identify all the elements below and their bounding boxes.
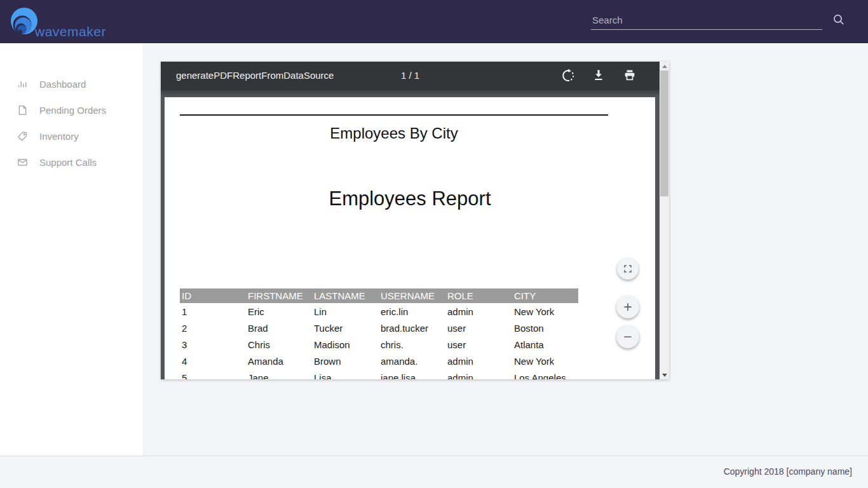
rotate-icon[interactable] bbox=[561, 69, 575, 83]
table-cell: Brown bbox=[312, 353, 379, 369]
search-bar bbox=[591, 11, 845, 30]
table-cell: Boston bbox=[512, 320, 578, 336]
sidebar-item-label: Support Calls bbox=[39, 157, 97, 168]
report-table: IDFIRSTNAMELASTNAMEUSERNAMEROLECITY 1Eri… bbox=[180, 288, 578, 379]
pdf-toolbar: generatePDFReportFromDataSource 1 / 1 bbox=[161, 62, 660, 90]
table-cell: brad.tucker bbox=[379, 320, 445, 336]
column-header-lastname: LASTNAME bbox=[312, 288, 379, 303]
table-cell: 2 bbox=[180, 320, 246, 336]
table-cell: eric.lin bbox=[379, 303, 445, 320]
table-cell: 4 bbox=[180, 353, 246, 369]
table-cell: Tucker bbox=[312, 320, 379, 336]
table-cell: admin bbox=[445, 303, 512, 320]
table-cell: amanda. bbox=[379, 353, 445, 369]
pdf-title: generatePDFReportFromDataSource bbox=[176, 70, 334, 81]
sidebar: Dashboard Pending Orders Inventory Suppo… bbox=[0, 43, 144, 456]
table-cell: 1 bbox=[180, 303, 246, 320]
fit-to-page-button[interactable] bbox=[617, 258, 639, 280]
table-cell: jane.lisa bbox=[379, 369, 445, 379]
toolbar-shadow bbox=[161, 90, 660, 97]
brand-name: wavemaker bbox=[35, 24, 106, 39]
table-cell: Madison bbox=[312, 336, 379, 353]
table-cell: 5 bbox=[180, 369, 246, 379]
column-header-username: USERNAME bbox=[379, 288, 445, 303]
copyright-text: Copyright 2018 [company name] bbox=[724, 466, 852, 477]
table-cell: Atlanta bbox=[512, 336, 578, 353]
scroll-up-icon[interactable] bbox=[660, 62, 669, 71]
table-cell: Lin bbox=[312, 303, 379, 320]
table-cell: New York bbox=[512, 303, 578, 320]
sidebar-item-support-calls[interactable]: Support Calls bbox=[0, 149, 143, 175]
download-icon[interactable] bbox=[592, 69, 606, 83]
table-row: 5JaneLisajane.lisaadminLos Angeles bbox=[180, 369, 578, 379]
page-indicator: 1 / 1 bbox=[401, 70, 419, 81]
zoom-in-button[interactable]: + bbox=[616, 295, 639, 318]
table-cell: user bbox=[445, 336, 512, 353]
table-row: 4AmandaBrownamanda.adminNew York bbox=[180, 353, 578, 369]
scrollbar-thumb[interactable] bbox=[660, 71, 668, 196]
table-cell: Chris bbox=[246, 336, 312, 353]
sidebar-item-label: Dashboard bbox=[39, 79, 86, 90]
column-header-city: CITY bbox=[512, 288, 578, 303]
pdf-viewer: generatePDFReportFromDataSource 1 / 1 bbox=[161, 62, 669, 379]
table-row: 3ChrisMadisonchris.userAtlanta bbox=[180, 336, 578, 353]
app-footer: Copyright 2018 [company name] bbox=[0, 456, 868, 488]
document-rule bbox=[180, 114, 608, 116]
table-row: 2BradTuckerbrad.tuckeruserBoston bbox=[180, 320, 578, 336]
sidebar-item-dashboard[interactable]: Dashboard bbox=[0, 71, 143, 97]
table-cell: admin bbox=[445, 369, 512, 379]
app-header: wavemaker bbox=[0, 0, 868, 43]
table-cell: 3 bbox=[180, 336, 246, 353]
search-icon[interactable] bbox=[832, 13, 845, 28]
sidebar-item-pending-orders[interactable]: Pending Orders bbox=[0, 97, 143, 123]
zoom-out-button[interactable]: − bbox=[616, 325, 639, 348]
column-header-id: ID bbox=[180, 288, 246, 303]
brand: wavemaker bbox=[8, 6, 135, 39]
report-title: Employees Report bbox=[165, 187, 655, 210]
envelope-icon bbox=[17, 157, 28, 168]
table-cell: Brad bbox=[246, 320, 312, 336]
tag-icon bbox=[17, 131, 28, 142]
table-cell: Lisa bbox=[312, 369, 379, 379]
main-content: generatePDFReportFromDataSource 1 / 1 bbox=[144, 43, 868, 456]
table-cell: Amanda bbox=[246, 353, 312, 369]
table-cell: Los Angeles bbox=[512, 369, 578, 379]
table-cell: admin bbox=[445, 353, 512, 369]
column-header-role: ROLE bbox=[445, 288, 512, 303]
pdf-scrollbar[interactable] bbox=[660, 62, 669, 379]
sidebar-item-inventory[interactable]: Inventory bbox=[0, 123, 143, 149]
table-cell: Eric bbox=[246, 303, 312, 320]
sidebar-item-label: Inventory bbox=[39, 131, 79, 142]
sidebar-item-label: Pending Orders bbox=[39, 105, 106, 116]
table-cell: chris. bbox=[379, 336, 445, 353]
table-cell: Jane bbox=[246, 369, 312, 379]
document-icon bbox=[17, 105, 28, 116]
table-cell: New York bbox=[512, 353, 578, 369]
search-input[interactable] bbox=[591, 11, 822, 30]
table-cell: user bbox=[445, 320, 512, 336]
table-header-row: IDFIRSTNAMELASTNAMEUSERNAMEROLECITY bbox=[180, 288, 578, 303]
print-icon[interactable] bbox=[623, 69, 637, 83]
bar-chart-icon bbox=[17, 79, 28, 90]
pdf-page: Employees By City Employees Report IDFIR… bbox=[165, 97, 655, 379]
column-header-firstname: FIRSTNAME bbox=[246, 288, 312, 303]
table-row: 1EricLineric.linadminNew York bbox=[180, 303, 578, 320]
document-heading: Employees By City bbox=[180, 125, 608, 142]
scroll-down-icon[interactable] bbox=[660, 370, 669, 379]
